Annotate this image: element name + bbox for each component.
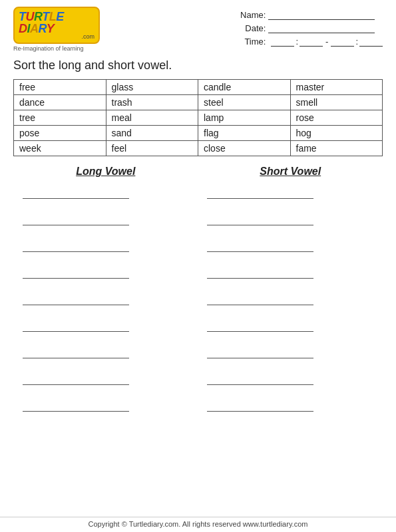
header: TURTLE DIARY .com Re-Imagination of lear… xyxy=(13,7,383,52)
long-vowel-line-4[interactable] xyxy=(23,264,129,279)
word-cell: smell xyxy=(290,95,383,110)
word-cell: glass xyxy=(106,80,198,95)
word-cell: master xyxy=(290,80,383,95)
date-label: Date: xyxy=(239,23,266,33)
word-cell: candle xyxy=(198,80,291,95)
word-cell: trash xyxy=(106,95,198,110)
word-cell: tree xyxy=(14,110,106,126)
logo-area: TURTLE DIARY .com Re-Imagination of lear… xyxy=(13,7,100,52)
word-cell: hog xyxy=(290,126,383,141)
long-vowel-line-3[interactable] xyxy=(23,237,129,252)
long-vowel-line-6[interactable] xyxy=(23,317,129,332)
footer-text: Copyright © Turtlediary.com. All rights … xyxy=(89,520,308,528)
time-row: Time: : - : xyxy=(239,36,383,47)
word-cell: meal xyxy=(106,110,198,126)
sort-section: Long Vowel Short Vowel xyxy=(13,166,383,424)
word-cell: close xyxy=(198,141,291,156)
header-fields: Name: Date: Time: : - : xyxy=(239,7,383,47)
name-label: Name: xyxy=(239,10,266,20)
word-cell: pose xyxy=(14,126,106,141)
logo-box: TURTLE DIARY .com xyxy=(13,7,100,44)
short-vowel-header: Short Vowel xyxy=(207,166,373,178)
worksheet-title: Sort the long and short vowel. xyxy=(13,59,383,72)
date-line[interactable] xyxy=(268,23,375,33)
short-vowel-column: Short Vowel xyxy=(207,166,373,424)
word-grid: freeglasscandlemasterdancetrashsteelsmel… xyxy=(13,79,383,156)
long-vowel-line-1[interactable] xyxy=(23,184,129,199)
long-vowel-line-7[interactable] xyxy=(23,344,129,358)
time-m2[interactable] xyxy=(359,36,383,47)
short-vowel-line-6[interactable] xyxy=(207,317,313,332)
short-vowel-line-7[interactable] xyxy=(207,344,313,358)
short-vowel-line-4[interactable] xyxy=(207,264,313,279)
long-vowel-line-9[interactable] xyxy=(23,397,129,412)
short-vowel-line-5[interactable] xyxy=(207,291,313,305)
word-cell: flag xyxy=(198,126,291,141)
word-cell: rose xyxy=(290,110,383,126)
short-vowel-line-9[interactable] xyxy=(207,397,313,412)
time-h1[interactable] xyxy=(271,36,294,47)
short-vowel-line-2[interactable] xyxy=(207,211,313,225)
word-cell: feel xyxy=(106,141,198,156)
time-sep2: - xyxy=(325,37,328,47)
time-m1[interactable] xyxy=(299,36,323,47)
word-cell: steel xyxy=(198,95,291,110)
word-cell: lamp xyxy=(198,110,291,126)
time-sep3: : xyxy=(355,37,358,47)
word-cell: week xyxy=(14,141,106,156)
footer: Copyright © Turtlediary.com. All rights … xyxy=(0,517,396,528)
long-vowel-line-8[interactable] xyxy=(23,370,129,385)
long-vowel-column: Long Vowel xyxy=(23,166,189,424)
short-vowel-line-3[interactable] xyxy=(207,237,313,252)
short-vowel-line-8[interactable] xyxy=(207,370,313,385)
time-h2[interactable] xyxy=(331,36,354,47)
word-cell: free xyxy=(14,80,106,95)
word-cell: fame xyxy=(290,141,383,156)
long-vowel-line-5[interactable] xyxy=(23,291,129,305)
logo-tagline: Re-Imagination of learning xyxy=(13,45,100,52)
word-cell: dance xyxy=(14,95,106,110)
name-row: Name: xyxy=(239,9,383,20)
long-vowel-line-2[interactable] xyxy=(23,211,129,225)
time-sep1: : xyxy=(296,37,298,47)
long-vowel-header: Long Vowel xyxy=(23,166,189,178)
short-vowel-line-1[interactable] xyxy=(207,184,313,199)
time-label: Time: xyxy=(239,37,266,47)
name-line[interactable] xyxy=(268,9,375,20)
page: TURTLE DIARY .com Re-Imagination of lear… xyxy=(0,0,396,532)
date-row: Date: xyxy=(239,23,383,33)
word-cell: sand xyxy=(106,126,198,141)
logo-text: TURTLE DIARY xyxy=(19,11,95,35)
